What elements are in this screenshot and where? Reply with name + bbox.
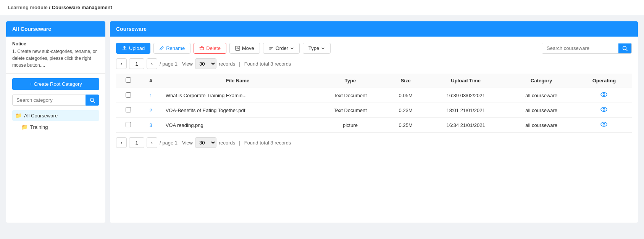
table-row: 1 What is Corporate Training Examin... T…: [116, 88, 632, 103]
row-checkbox: [116, 88, 141, 103]
row-upload-time: 16:39 03/02/2021: [425, 88, 507, 103]
page-size-select-bottom[interactable]: 30 50 100: [195, 137, 216, 148]
main-content: Courseware Upload Rename: [110, 21, 638, 223]
search-courseware: [542, 43, 632, 54]
content-header: Courseware: [110, 21, 638, 37]
upload-icon: [122, 46, 127, 51]
sidebar: All Courseware Notice 1. Create new sub-…: [6, 21, 105, 223]
trash-icon: [199, 46, 204, 51]
row-select-checkbox[interactable]: [126, 107, 131, 112]
row-operating: [576, 88, 632, 103]
view-icon[interactable]: [600, 107, 608, 113]
breadcrumb-separator: /: [49, 5, 52, 10]
row-checkbox: [116, 103, 141, 118]
view-icon[interactable]: [600, 122, 608, 128]
row-filename: VOA-Benefits of Eating Together.pdf: [161, 103, 315, 118]
move-button[interactable]: Move: [229, 43, 260, 54]
tree-item-training[interactable]: 📁 Training: [12, 122, 99, 132]
order-icon: [269, 46, 274, 51]
search-icon: [90, 98, 95, 103]
found-records-label: Found total 3 records: [244, 61, 291, 67]
notice-title: Notice: [12, 41, 99, 47]
svg-rect-2: [200, 47, 203, 50]
search-courseware-input[interactable]: [542, 43, 618, 53]
row-select-checkbox[interactable]: [126, 122, 131, 127]
svg-point-7: [603, 94, 605, 96]
col-upload-time: Upload Time: [425, 74, 507, 88]
prev-page-button-bottom[interactable]: ‹: [116, 137, 127, 148]
breadcrumb-module[interactable]: Learning module: [8, 5, 48, 10]
bottom-pagination: ‹ › / page 1 View 30 50 100 records | Fo…: [116, 137, 632, 148]
create-root-category-button[interactable]: + Create Root Category: [12, 78, 99, 90]
row-category: all courseware: [507, 103, 576, 118]
folder-icon-training: 📁: [21, 124, 28, 130]
page-number-input-bottom[interactable]: [129, 137, 144, 148]
row-filename: What is Corporate Training Examin...: [161, 88, 315, 103]
chevron-down-icon: [290, 47, 294, 50]
svg-point-8: [601, 107, 607, 112]
rename-button[interactable]: Rename: [153, 43, 190, 54]
row-size: 0.23M: [386, 103, 425, 118]
select-all-checkbox[interactable]: [126, 77, 131, 83]
sidebar-title: All Courseware: [6, 21, 105, 37]
tree-item-all-courseware[interactable]: 📁 All Courseware: [12, 110, 99, 121]
svg-point-6: [601, 93, 607, 97]
view-label-bottom: View: [182, 140, 193, 146]
upload-button[interactable]: Upload: [116, 43, 150, 54]
row-checkbox: [116, 118, 141, 133]
col-category: Category: [507, 74, 576, 88]
search-category-row: [12, 95, 99, 106]
courseware-table: # File Name Type Size Upload Time Catego…: [116, 74, 632, 133]
search-category-button[interactable]: [86, 95, 99, 106]
search-courseware-icon: [622, 46, 628, 51]
sidebar-body: Notice 1. Create new sub-categories, ren…: [6, 37, 105, 138]
top-pagination: ‹ › / page 1 View 30 50 100 records | Fo…: [116, 58, 632, 69]
svg-line-5: [626, 49, 628, 51]
view-icon[interactable]: [600, 92, 608, 98]
row-size: 0.25M: [386, 118, 425, 133]
svg-point-9: [603, 109, 605, 111]
records-label-bottom: records: [219, 140, 235, 146]
svg-point-11: [603, 124, 605, 125]
table-body: 1 What is Corporate Training Examin... T…: [116, 88, 632, 133]
folder-icon: 📁: [15, 112, 22, 119]
next-page-button-bottom[interactable]: ›: [147, 137, 157, 148]
prev-page-button[interactable]: ‹: [116, 58, 127, 69]
row-category: all courseware: [507, 118, 576, 133]
row-type: picture: [314, 118, 386, 133]
page-label: / page 1: [160, 61, 178, 67]
row-num: 2: [141, 103, 161, 118]
row-filename: VOA reading.png: [161, 118, 315, 133]
row-upload-time: 18:01 21/01/2021: [425, 103, 507, 118]
tree-label-all-courseware: All Courseware: [24, 113, 58, 119]
next-page-button[interactable]: ›: [147, 58, 157, 69]
table-row: 2 VOA-Benefits of Eating Together.pdf Te…: [116, 103, 632, 118]
notice-text: 1. Create new sub-categories, rename, or…: [12, 48, 99, 69]
row-upload-time: 16:34 21/01/2021: [425, 118, 507, 133]
svg-line-1: [94, 101, 95, 103]
page-number-input[interactable]: [129, 58, 144, 69]
col-size: Size: [386, 74, 425, 88]
found-records-label-bottom: Found total 3 records: [244, 140, 291, 146]
view-label: View: [182, 61, 193, 67]
col-operating: Operating: [576, 74, 632, 88]
delete-button[interactable]: Delete: [194, 43, 226, 54]
type-button[interactable]: Type: [303, 43, 331, 54]
breadcrumb: Learning module / Courseware management: [0, 0, 644, 15]
toolbar: Upload Rename Delete: [116, 43, 632, 54]
row-num: 3: [141, 118, 161, 133]
row-category: all courseware: [507, 88, 576, 103]
page-label-bottom: / page 1: [160, 140, 178, 146]
search-category-input[interactable]: [12, 95, 86, 106]
row-select-checkbox[interactable]: [126, 92, 131, 98]
category-tree: 📁 All Courseware 📁 Training: [12, 110, 99, 132]
table-row: 3 VOA reading.png picture 0.25M 16:34 21…: [116, 118, 632, 133]
row-size: 0.05M: [386, 88, 425, 103]
table-header-row: # File Name Type Size Upload Time Catego…: [116, 74, 632, 88]
order-button[interactable]: Order: [263, 43, 300, 54]
search-courseware-button[interactable]: [618, 43, 631, 53]
page-sep-bottom: |: [239, 140, 240, 146]
row-num: 1: [141, 88, 161, 103]
page-size-select[interactable]: 30 50 100: [195, 58, 216, 69]
records-label: records: [219, 61, 235, 67]
